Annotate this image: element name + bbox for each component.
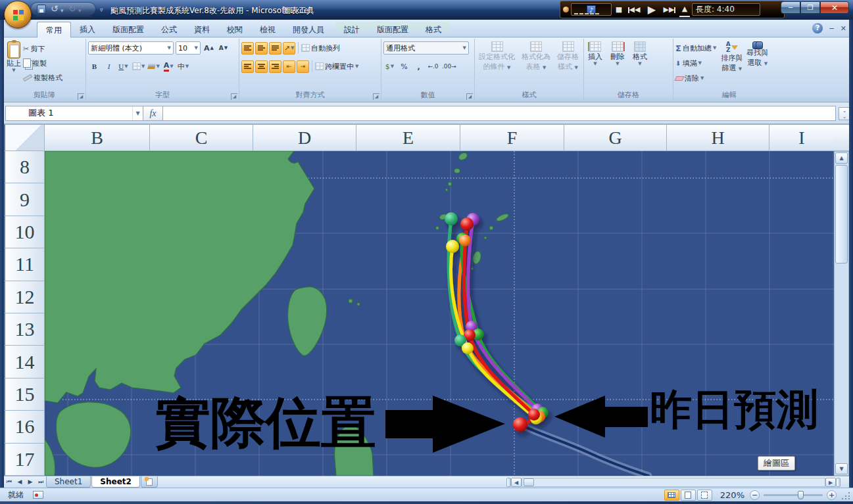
scroll-down-icon[interactable]: ▼ [835,463,848,474]
row-header-17[interactable]: 17 [4,444,45,476]
tab-chart-design[interactable]: 設計 [335,22,368,37]
middle-align-button[interactable] [255,42,268,55]
row-header-8[interactable]: 8 [4,151,45,183]
chart-plot-area[interactable]: 實際位置 昨日預測 繪圖區 [45,151,834,476]
decrease-decimal-button[interactable]: .00→ [441,60,457,73]
bold-button[interactable]: B [88,60,101,73]
actual-position-label[interactable]: 實際位置 [155,394,376,451]
workbook-close-icon[interactable]: ✕ [841,24,846,33]
delete-cells-button[interactable]: 刪除▼ [608,40,627,91]
column-header-i[interactable]: I [769,124,834,151]
next-button[interactable]: ▶▶ [662,1,677,18]
first-sheet-icon[interactable]: ⏮ [4,477,14,487]
column-header-d[interactable]: D [253,124,356,151]
column-header-g[interactable]: G [564,124,667,151]
vertical-scroll-thumb[interactable] [835,165,848,263]
cut-button[interactable]: ✂剪下 [23,42,62,55]
italic-button[interactable]: I [103,60,115,73]
yellow-pin-mid[interactable] [462,342,474,354]
redo-icon[interactable]: ↻ [68,4,76,13]
font-size-combobox[interactable]: 10▼ [176,41,201,55]
fill-color-button[interactable]: ▼ [147,60,160,73]
column-header-e[interactable]: E [356,124,460,151]
redo-dropdown-icon[interactable]: ▾ [78,7,82,14]
wrap-text-button[interactable]: 自動換列 [301,41,340,55]
font-color-button[interactable]: A▼ [162,60,175,73]
last-sheet-icon[interactable]: ⏭ [36,477,46,487]
actual-position-pin[interactable] [513,417,527,432]
tab-insert[interactable]: 插入 [71,22,104,37]
find-select-button[interactable]: 尋找與選取 ▼ [744,40,770,91]
grow-font-button[interactable]: A▲ [203,42,215,55]
zoom-level-label[interactable]: 220% [720,490,744,500]
format-as-table-button[interactable]: 格式化為表格 ▼ [520,40,552,91]
top-align-button[interactable] [241,42,254,55]
zoom-in-icon[interactable]: + [827,490,837,500]
insert-function-button[interactable]: fx [143,106,163,121]
qat-customize-icon[interactable]: ▿ [100,7,103,13]
tab-formulas[interactable]: 公式 [153,22,185,37]
office-button[interactable] [4,1,32,28]
sheet-tab-sheet1[interactable]: Sheet1 [46,476,91,488]
yesterday-forecast-label[interactable]: 昨日預測 [650,388,818,432]
increase-decimal-button[interactable]: ←.0 [427,60,439,73]
yellow-pin-top[interactable] [446,240,459,253]
undo-icon[interactable]: ↺ [51,4,59,13]
conditional-formatting-button[interactable]: 設定格式化的條件 ▼ [477,40,517,91]
align-right-button[interactable] [269,60,281,73]
row-header-16[interactable]: 16 [4,411,45,443]
normal-view-button[interactable] [664,490,679,501]
copy-button[interactable]: 複製 [23,57,62,70]
row-header-11[interactable]: 11 [4,248,45,281]
orientation-button[interactable]: ↗▼ [283,42,295,55]
previous-button[interactable]: ◀◀ [626,1,642,18]
tab-chart-format[interactable]: 格式 [417,22,450,37]
macro-record-icon[interactable] [33,491,43,499]
clear-button[interactable]: 清除▼ [675,72,716,85]
row-header-9[interactable]: 9 [4,183,45,216]
column-header-h[interactable]: H [667,124,769,151]
borders-button[interactable]: ▼ [132,60,145,73]
increase-indent-button[interactable]: ⇥ [297,60,309,73]
tab-view[interactable]: 檢視 [251,22,284,37]
paste-button[interactable]: 貼上▼ [5,40,23,84]
horizontal-scroll-track[interactable] [522,478,825,487]
bottom-align-button[interactable] [269,42,281,55]
clipboard-dialog-launcher[interactable]: ◢ [78,93,84,100]
save-icon[interactable] [37,5,46,14]
workbook-minimize-icon[interactable]: ─ [829,24,834,33]
minimize-button[interactable]: ─ [781,1,800,14]
vertical-scrollbar[interactable]: ▲ ▼ [834,151,849,476]
window-split-handle[interactable] [836,478,841,487]
row-header-13[interactable]: 13 [4,313,45,346]
fill-button[interactable]: ⬇填滿▼ [675,57,716,70]
comma-button[interactable]: , [412,60,425,73]
column-header-c[interactable]: C [150,124,253,151]
sheet-tab-sheet2[interactable]: Sheet2 [91,476,140,488]
insert-worksheet-tab[interactable] [141,476,158,488]
align-left-button[interactable] [241,60,254,73]
close-button[interactable]: ✕ [820,1,849,14]
sort-filter-button[interactable]: AZ 排序與篩選 ▼ [719,40,744,91]
restore-button[interactable]: ❐ [800,1,820,14]
zoom-slider-thumb[interactable] [798,491,804,499]
row-header-10[interactable]: 10 [4,216,45,248]
tab-data[interactable]: 資料 [185,22,218,37]
font-name-combobox[interactable]: 新細明體 (本文)▼ [88,41,174,55]
tab-split-handle[interactable] [506,478,511,487]
row-header-15[interactable]: 15 [4,378,45,411]
select-all-corner[interactable] [4,124,45,151]
insert-cells-button[interactable]: 插入▼ [586,40,604,91]
scroll-right-icon[interactable]: ▶ [825,478,836,487]
merge-center-button[interactable]: 跨欄置中▼ [315,60,358,73]
play-button[interactable]: ▶ [644,1,660,18]
tab-page-layout[interactable]: 版面配置 [104,22,153,37]
underline-button[interactable]: U▼ [117,60,130,73]
zoom-slider[interactable] [764,494,823,496]
tab-home[interactable]: 常用 [37,22,71,37]
page-layout-view-button[interactable] [681,490,696,501]
player-knob-icon[interactable] [563,7,569,12]
eject-button[interactable]: ▲ [679,3,690,17]
undo-dropdown-icon[interactable]: ▾ [61,7,64,14]
orange-pin-top[interactable] [459,235,471,246]
